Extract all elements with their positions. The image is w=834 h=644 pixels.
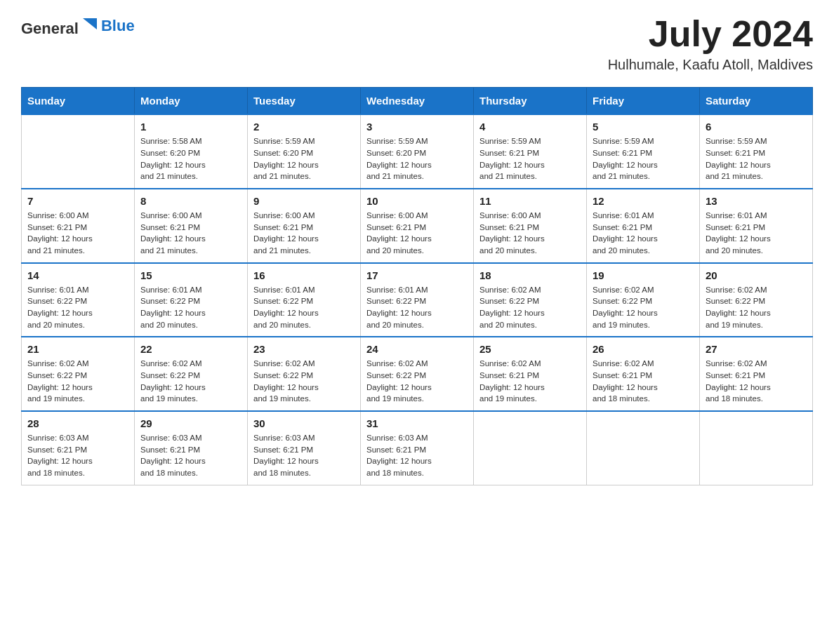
table-row: 7Sunrise: 6:00 AM Sunset: 6:21 PM Daylig… — [22, 189, 135, 263]
day-number: 5 — [593, 121, 694, 133]
day-number: 2 — [253, 121, 355, 133]
table-row: 8Sunrise: 6:00 AM Sunset: 6:21 PM Daylig… — [135, 189, 248, 263]
day-info: Sunrise: 6:02 AM Sunset: 6:22 PM Dayligh… — [27, 358, 128, 405]
day-number: 14 — [27, 269, 128, 281]
table-row: 21Sunrise: 6:02 AM Sunset: 6:22 PM Dayli… — [22, 337, 135, 411]
day-info: Sunrise: 6:02 AM Sunset: 6:22 PM Dayligh… — [479, 284, 581, 331]
day-info: Sunrise: 6:00 AM Sunset: 6:21 PM Dayligh… — [27, 210, 128, 257]
day-number: 27 — [706, 343, 807, 355]
day-info: Sunrise: 5:59 AM Sunset: 6:21 PM Dayligh… — [593, 135, 694, 182]
day-info: Sunrise: 6:03 AM Sunset: 6:21 PM Dayligh… — [253, 432, 355, 479]
day-info: Sunrise: 6:02 AM Sunset: 6:21 PM Dayligh… — [593, 358, 694, 405]
day-info: Sunrise: 6:02 AM Sunset: 6:22 PM Dayligh… — [593, 284, 694, 331]
day-info: Sunrise: 5:59 AM Sunset: 6:20 PM Dayligh… — [366, 135, 468, 182]
day-number: 18 — [479, 269, 581, 281]
table-row: 1Sunrise: 5:58 AM Sunset: 6:20 PM Daylig… — [135, 114, 248, 189]
day-number: 22 — [140, 343, 241, 355]
col-saturday: Saturday — [700, 88, 813, 115]
table-row: 16Sunrise: 6:01 AM Sunset: 6:22 PM Dayli… — [248, 263, 361, 337]
table-row: 11Sunrise: 6:00 AM Sunset: 6:21 PM Dayli… — [474, 189, 587, 263]
location-subtitle: Hulhumale, Kaafu Atoll, Maldives — [608, 57, 813, 73]
day-info: Sunrise: 6:03 AM Sunset: 6:21 PM Dayligh… — [27, 432, 128, 479]
calendar-week-row: 14Sunrise: 6:01 AM Sunset: 6:22 PM Dayli… — [22, 263, 813, 337]
calendar-week-row: 28Sunrise: 6:03 AM Sunset: 6:21 PM Dayli… — [22, 411, 813, 485]
logo-wordmark: General — [21, 14, 100, 38]
day-number: 31 — [366, 417, 468, 429]
day-number: 30 — [253, 417, 355, 429]
day-info: Sunrise: 6:00 AM Sunset: 6:21 PM Dayligh… — [253, 210, 355, 257]
table-row: 28Sunrise: 6:03 AM Sunset: 6:21 PM Dayli… — [22, 411, 135, 485]
day-number: 8 — [140, 195, 241, 207]
logo: General Blue — [21, 14, 135, 38]
col-wednesday: Wednesday — [361, 88, 474, 115]
logo-blue-line: Blue — [101, 17, 135, 35]
day-number: 23 — [253, 343, 355, 355]
table-row: 2Sunrise: 5:59 AM Sunset: 6:20 PM Daylig… — [248, 114, 361, 189]
day-number: 10 — [366, 195, 468, 207]
table-row: 3Sunrise: 5:59 AM Sunset: 6:20 PM Daylig… — [361, 114, 474, 189]
day-number: 16 — [253, 269, 355, 281]
table-row: 30Sunrise: 6:03 AM Sunset: 6:21 PM Dayli… — [248, 411, 361, 485]
day-number: 15 — [140, 269, 241, 281]
table-row: 14Sunrise: 6:01 AM Sunset: 6:22 PM Dayli… — [22, 263, 135, 337]
table-row — [700, 411, 813, 485]
col-sunday: Sunday — [22, 88, 135, 115]
calendar-header-row: Sunday Monday Tuesday Wednesday Thursday… — [22, 88, 813, 115]
table-row: 18Sunrise: 6:02 AM Sunset: 6:22 PM Dayli… — [474, 263, 587, 337]
table-row: 13Sunrise: 6:01 AM Sunset: 6:21 PM Dayli… — [700, 189, 813, 263]
calendar-week-row: 1Sunrise: 5:58 AM Sunset: 6:20 PM Daylig… — [22, 114, 813, 189]
day-number: 26 — [593, 343, 694, 355]
table-row: 10Sunrise: 6:00 AM Sunset: 6:21 PM Dayli… — [361, 189, 474, 263]
day-info: Sunrise: 6:02 AM Sunset: 6:22 PM Dayligh… — [706, 284, 807, 331]
day-number: 3 — [366, 121, 468, 133]
table-row: 27Sunrise: 6:02 AM Sunset: 6:21 PM Dayli… — [700, 337, 813, 411]
table-row — [474, 411, 587, 485]
day-info: Sunrise: 6:02 AM Sunset: 6:21 PM Dayligh… — [479, 358, 581, 405]
day-info: Sunrise: 6:02 AM Sunset: 6:21 PM Dayligh… — [706, 358, 807, 405]
table-row: 31Sunrise: 6:03 AM Sunset: 6:21 PM Dayli… — [361, 411, 474, 485]
logo-triangle-icon — [80, 14, 100, 34]
svg-marker-0 — [83, 18, 97, 29]
day-info: Sunrise: 6:02 AM Sunset: 6:22 PM Dayligh… — [253, 358, 355, 405]
table-row — [22, 114, 135, 189]
page-header: General Blue July 2024 Hulhumale, Kaafu … — [21, 14, 813, 73]
calendar-week-row: 7Sunrise: 6:00 AM Sunset: 6:21 PM Daylig… — [22, 189, 813, 263]
day-info: Sunrise: 6:02 AM Sunset: 6:22 PM Dayligh… — [140, 358, 241, 405]
day-number: 12 — [593, 195, 694, 207]
day-info: Sunrise: 6:03 AM Sunset: 6:21 PM Dayligh… — [140, 432, 241, 479]
day-info: Sunrise: 6:01 AM Sunset: 6:21 PM Dayligh… — [593, 210, 694, 257]
day-number: 20 — [706, 269, 807, 281]
table-row: 17Sunrise: 6:01 AM Sunset: 6:22 PM Dayli… — [361, 263, 474, 337]
col-friday: Friday — [587, 88, 700, 115]
table-row: 26Sunrise: 6:02 AM Sunset: 6:21 PM Dayli… — [587, 337, 700, 411]
day-info: Sunrise: 5:59 AM Sunset: 6:21 PM Dayligh… — [479, 135, 581, 182]
day-info: Sunrise: 6:00 AM Sunset: 6:21 PM Dayligh… — [366, 210, 468, 257]
table-row: 9Sunrise: 6:00 AM Sunset: 6:21 PM Daylig… — [248, 189, 361, 263]
table-row: 6Sunrise: 5:59 AM Sunset: 6:21 PM Daylig… — [700, 114, 813, 189]
table-row: 24Sunrise: 6:02 AM Sunset: 6:22 PM Dayli… — [361, 337, 474, 411]
day-info: Sunrise: 6:02 AM Sunset: 6:22 PM Dayligh… — [366, 358, 468, 405]
day-info: Sunrise: 5:58 AM Sunset: 6:20 PM Dayligh… — [140, 135, 241, 182]
day-number: 7 — [27, 195, 128, 207]
calendar-week-row: 21Sunrise: 6:02 AM Sunset: 6:22 PM Dayli… — [22, 337, 813, 411]
day-number: 24 — [366, 343, 468, 355]
day-number: 9 — [253, 195, 355, 207]
day-info: Sunrise: 6:01 AM Sunset: 6:22 PM Dayligh… — [253, 284, 355, 331]
table-row — [587, 411, 700, 485]
day-info: Sunrise: 6:03 AM Sunset: 6:21 PM Dayligh… — [366, 432, 468, 479]
day-number: 25 — [479, 343, 581, 355]
table-row: 4Sunrise: 5:59 AM Sunset: 6:21 PM Daylig… — [474, 114, 587, 189]
day-info: Sunrise: 6:01 AM Sunset: 6:21 PM Dayligh… — [706, 210, 807, 257]
day-number: 29 — [140, 417, 241, 429]
month-title: July 2024 — [608, 14, 813, 54]
table-row: 25Sunrise: 6:02 AM Sunset: 6:21 PM Dayli… — [474, 337, 587, 411]
day-info: Sunrise: 6:01 AM Sunset: 6:22 PM Dayligh… — [27, 284, 128, 331]
table-row: 15Sunrise: 6:01 AM Sunset: 6:22 PM Dayli… — [135, 263, 248, 337]
day-info: Sunrise: 6:01 AM Sunset: 6:22 PM Dayligh… — [366, 284, 468, 331]
day-info: Sunrise: 5:59 AM Sunset: 6:21 PM Dayligh… — [706, 135, 807, 182]
table-row: 19Sunrise: 6:02 AM Sunset: 6:22 PM Dayli… — [587, 263, 700, 337]
day-number: 6 — [706, 121, 807, 133]
day-number: 4 — [479, 121, 581, 133]
col-monday: Monday — [135, 88, 248, 115]
table-row: 5Sunrise: 5:59 AM Sunset: 6:21 PM Daylig… — [587, 114, 700, 189]
